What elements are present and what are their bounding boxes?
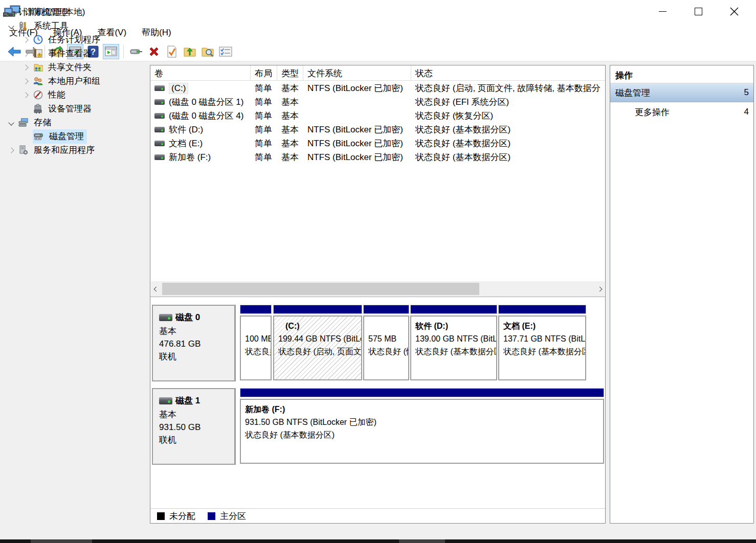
disk-icon xyxy=(159,314,172,321)
partition-color-bar xyxy=(240,305,272,314)
disk-management-icon xyxy=(34,132,44,141)
disk-1-info[interactable]: 磁盘 1 基本 931.50 GB 联机 xyxy=(152,388,236,465)
partition-label: 新加卷 (F:) xyxy=(245,403,603,416)
scrollbar-thumb[interactable] xyxy=(162,283,479,295)
disk-name: 磁盘 1 xyxy=(175,394,200,407)
scroll-left-button[interactable] xyxy=(151,281,161,297)
disk-0-info[interactable]: 磁盘 0 基本 476.81 GB 联机 xyxy=(152,305,236,381)
tree-item-label: 共享文件夹 xyxy=(47,60,95,75)
shared-folders-icon xyxy=(33,63,43,72)
tree-item-event-viewer[interactable]: 事件查看器 xyxy=(0,47,756,60)
task-scheduler-icon xyxy=(33,35,43,44)
volume-type: 基本 xyxy=(277,124,303,135)
volume-row-e[interactable]: 文档 (E:) 简单 基本 NTFS (BitLocker 已加密) 状态良好 … xyxy=(150,137,605,150)
system-tools-icon xyxy=(18,21,29,31)
horizontal-scrollbar[interactable] xyxy=(151,281,605,297)
tree-item-computer-management-root[interactable]: 计算机管理(本地) xyxy=(0,5,756,19)
action-item-disk-management[interactable]: 磁盘管理 5 xyxy=(610,83,753,102)
legend-label-unallocated: 未分配 xyxy=(169,510,195,522)
partition-recovery[interactable]: 575 MB 状态良好 (恢复分区) xyxy=(363,305,409,381)
column-header-volume[interactable]: 卷 xyxy=(150,65,251,80)
status-bar xyxy=(0,526,756,539)
disk-kind: 基本 xyxy=(159,408,234,421)
volume-layout: 简单 xyxy=(251,138,277,149)
volume-icon xyxy=(154,113,165,119)
partition-size: 575 MB xyxy=(368,332,408,345)
scroll-right-button[interactable] xyxy=(594,281,605,297)
disk-name: 磁盘 0 xyxy=(175,311,200,324)
volume-status: 状态良好 (启动, 页面文件, 故障转储, 基本数据分 xyxy=(411,82,605,94)
action-item-more-actions[interactable]: 更多操作 4 xyxy=(610,102,753,122)
column-header-filesystem[interactable]: 文件系统 xyxy=(303,65,411,80)
volume-layout: 简单 xyxy=(251,151,277,163)
tree-item-label: 系统工具 xyxy=(33,19,72,33)
disk-state: 联机 xyxy=(159,434,234,446)
partition-status: 状态良好 (EFI 系统分区) xyxy=(245,345,271,358)
chevron-right-icon xyxy=(597,286,602,291)
volume-icon xyxy=(154,99,165,105)
volume-name: 新加卷 (F:) xyxy=(169,151,211,163)
partition-status: 状态良好 (基本数据分区) xyxy=(503,345,585,358)
local-users-groups-icon xyxy=(33,77,43,86)
volume-row-f[interactable]: 新加卷 (F:) 简单 基本 NTFS (BitLocker 已加密) 状态良好… xyxy=(150,150,605,164)
disk-0-row: 磁盘 0 基本 476.81 GB 联机 100 MB 状态良好 (EFI 系统… xyxy=(150,305,605,381)
tree-item-label: 磁盘管理 xyxy=(48,129,87,144)
partition-size: 199.44 GB NTFS (BitLocker 已加密) xyxy=(278,332,361,345)
tree-item-label: 本地用户和组 xyxy=(47,74,103,88)
volume-row-partition4[interactable]: (磁盘 0 磁盘分区 4) 简单 基本 状态良好 (恢复分区) xyxy=(150,109,605,123)
chevron-right-icon[interactable] xyxy=(23,37,28,42)
tree-item-system-tools[interactable]: 系统工具 xyxy=(0,19,756,33)
chevron-down-icon[interactable] xyxy=(8,23,14,29)
tree-item-label: 服务和应用程序 xyxy=(33,143,98,157)
volume-name: (磁盘 0 磁盘分区 4) xyxy=(169,110,243,122)
services-applications-icon xyxy=(18,146,29,155)
chevron-down-icon[interactable] xyxy=(8,120,14,125)
chevron-right-icon[interactable] xyxy=(8,147,14,153)
volume-fs: NTFS (BitLocker 已加密) xyxy=(303,124,411,135)
partition-label: 软件 (D:) xyxy=(415,320,496,332)
volume-layout: 简单 xyxy=(251,82,277,94)
disk-size: 931.50 GB xyxy=(159,421,234,434)
disk-kind: 基本 xyxy=(159,325,234,337)
partition-d[interactable]: 软件 (D:) 139.00 GB NTFS (BitLocker 已加密) 状… xyxy=(410,305,497,381)
partition-color-bar xyxy=(240,388,604,397)
actions-pane: 操作 磁盘管理 5 更多操作 4 xyxy=(610,65,754,524)
chevron-right-icon[interactable] xyxy=(23,92,28,98)
action-label: 更多操作 xyxy=(635,106,670,118)
volume-row-d[interactable]: 软件 (D:) 简单 基本 NTFS (BitLocker 已加密) 状态良好 … xyxy=(150,123,605,137)
volume-name: (C:) xyxy=(169,83,188,94)
volume-name: 文档 (E:) xyxy=(169,138,203,149)
desktop-background-bottom xyxy=(0,539,756,543)
column-header-type[interactable]: 类型 xyxy=(277,65,303,80)
partition-size: 100 MB xyxy=(245,332,271,345)
tree-item-task-scheduler[interactable]: 任务计划程序 xyxy=(0,33,756,47)
action-expand-glyph[interactable]: 4 xyxy=(744,107,749,117)
volume-layout: 简单 xyxy=(251,124,277,135)
partition-status: 状态良好 (启动, 页面文件, 故障转储, 基本数据分区) xyxy=(278,345,361,358)
taskbar-fragment xyxy=(31,539,92,543)
disk-state: 联机 xyxy=(159,350,234,363)
partition-c[interactable]: (C:) 199.44 GB NTFS (BitLocker 已加密) 状态良好… xyxy=(273,305,362,381)
volume-row-partition1[interactable]: (磁盘 0 磁盘分区 1) 简单 基本 状态良好 (EFI 系统分区) xyxy=(150,95,605,109)
partition-e[interactable]: 文档 (E:) 137.71 GB NTFS (BitLocker 已加密) 状… xyxy=(498,305,586,381)
chevron-right-icon[interactable] xyxy=(23,64,28,70)
column-header-layout[interactable]: 布局 xyxy=(251,65,277,80)
partition-size: 139.00 GB NTFS (BitLocker 已加密) xyxy=(415,332,496,345)
partition-f[interactable]: 新加卷 (F:) 931.50 GB NTFS (BitLocker 已加密) … xyxy=(240,388,604,465)
pane-divider[interactable] xyxy=(150,297,605,298)
volume-row-c[interactable]: (C:) 简单 基本 NTFS (BitLocker 已加密) 状态良好 (启动… xyxy=(150,81,605,95)
volume-icon xyxy=(154,141,165,146)
partition-size: 931.50 GB NTFS (BitLocker 已加密) xyxy=(245,416,603,428)
chevron-right-icon[interactable] xyxy=(23,51,28,56)
tree-item-label: 设备管理器 xyxy=(47,102,95,116)
tree-item-label: 计算机管理(本地) xyxy=(17,5,88,19)
partition-efi[interactable]: 100 MB 状态良好 (EFI 系统分区) xyxy=(240,305,272,381)
computer-icon xyxy=(3,8,13,17)
disk-icon xyxy=(159,397,172,404)
volume-icon xyxy=(154,127,165,132)
chevron-right-icon[interactable] xyxy=(23,78,28,84)
volume-list: (C:) 简单 基本 NTFS (BitLocker 已加密) 状态良好 (启动… xyxy=(150,81,605,164)
disk-size: 476.81 GB xyxy=(159,337,234,350)
column-header-status[interactable]: 状态 xyxy=(411,65,605,80)
action-expand-glyph[interactable]: 5 xyxy=(744,87,749,98)
